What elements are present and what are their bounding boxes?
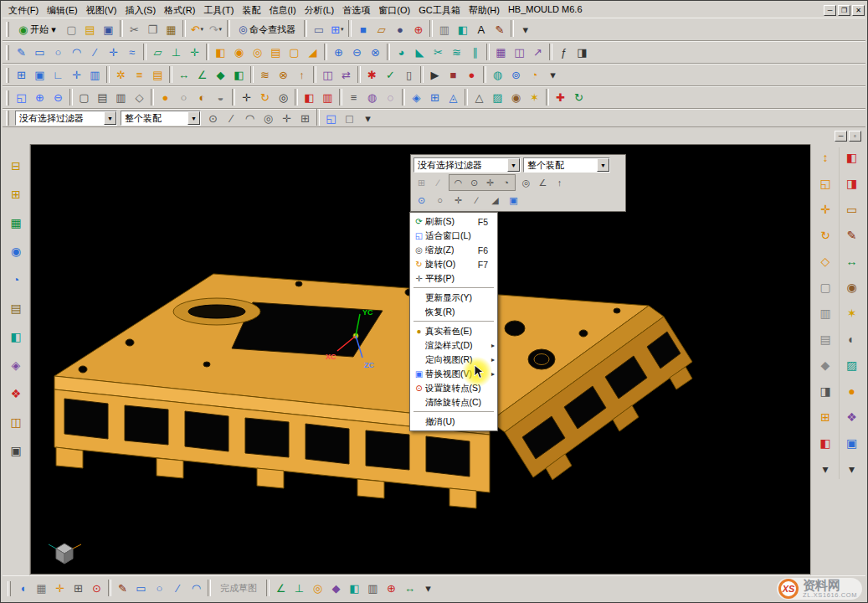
explode-icon[interactable]: ✲ (112, 66, 130, 85)
refit-icon[interactable]: ⊞ (814, 407, 836, 427)
save-icon[interactable]: ▣ (100, 20, 117, 39)
more-views-icon[interactable]: ▾ (814, 459, 836, 479)
circle-tool-icon[interactable]: ○ (151, 580, 168, 598)
start-button[interactable]: ◉ 开始 ▾ (13, 20, 62, 39)
slash-method-icon[interactable]: ∕ (469, 193, 485, 208)
material-icon[interactable]: ◉ (507, 89, 525, 107)
csys-display-icon[interactable]: ◈ (408, 89, 425, 107)
dimension-tool-icon[interactable]: ↔ (401, 580, 419, 598)
cue-icon[interactable]: ◖ (14, 580, 32, 598)
right-icon[interactable]: ▥ (814, 303, 836, 323)
intersect-icon[interactable]: ⊗ (367, 44, 384, 62)
draft-icon[interactable]: ◢ (304, 44, 321, 62)
grid-icon[interactable]: ▦ (33, 580, 50, 598)
arrangement-icon[interactable]: ▤ (149, 66, 167, 85)
snapshot-icon[interactable]: ◨ (573, 44, 591, 62)
zoom-in-out-icon[interactable]: ↕ (814, 147, 836, 168)
polygon-tool-icon[interactable]: ◆ (327, 580, 345, 598)
revolve-icon[interactable]: ◉ (230, 44, 248, 62)
panel-filter-dropdown[interactable]: 没有选择过滤器 ▼ (413, 157, 521, 173)
touch-mode-icon[interactable]: ▭ (310, 20, 327, 39)
snap-enable-icon[interactable]: ⊞ (413, 175, 429, 190)
undo-icon[interactable]: ↶▾ (188, 20, 206, 39)
subtract-icon[interactable]: ⊖ (348, 44, 366, 62)
menu-item[interactable]: 装配 (238, 3, 265, 18)
triad-display-icon[interactable]: ◬ (444, 89, 462, 107)
new-part-icon[interactable]: ▢ (63, 20, 80, 39)
pane-float-button[interactable]: ▫ (849, 131, 861, 142)
line-tool-icon[interactable]: ∕ (169, 580, 187, 598)
check-icon[interactable]: ✓ (382, 66, 399, 85)
wireframe-icon[interactable]: ○ (175, 89, 193, 107)
extrude-icon[interactable]: ◧ (212, 44, 229, 62)
shell-icon[interactable]: ▢ (285, 44, 303, 62)
circle-method-icon[interactable]: ○ (432, 193, 448, 208)
context-menu-item[interactable]: ●真实着色(E) (411, 324, 496, 338)
history-icon[interactable]: ◔ (5, 270, 27, 290)
assembly-navigator-icon[interactable]: ⊟ (5, 156, 27, 176)
measure-icon[interactable]: ↔ (841, 251, 863, 271)
more-snap-icon[interactable]: ▾ (359, 109, 377, 127)
hidden-edges-icon[interactable]: ◒ (212, 89, 229, 107)
datum-csys-icon[interactable]: ✛ (186, 44, 203, 62)
rotate-view-icon[interactable]: ↻ (256, 89, 274, 107)
context-menu-item[interactable]: ◎缩放(Z)F6 (411, 243, 496, 257)
toolbar-grip[interactable] (6, 22, 9, 37)
ortho-icon[interactable]: ⊞ (69, 580, 87, 598)
spline-icon[interactable]: ≈ (123, 44, 141, 62)
selection-scope-dropdown[interactable]: 整个装配 ▼ (121, 111, 201, 126)
reuse-library-icon[interactable]: ▤ (5, 298, 27, 318)
new-component-icon[interactable]: ▣ (31, 66, 49, 85)
point-icon[interactable]: ✛ (105, 44, 122, 62)
snap-grid-icon[interactable]: ⊞ (296, 109, 314, 127)
capture-icon[interactable]: ▣ (841, 433, 863, 453)
menu-item[interactable]: 首选项 (338, 3, 374, 18)
snap-point-icon[interactable]: ⊙ (204, 109, 222, 127)
selection-filter-dropdown[interactable]: 没有选择过滤器 ▼ (15, 111, 117, 126)
menu-item[interactable]: 文件(F) (4, 3, 43, 18)
filter-icon[interactable]: ◍ (489, 66, 506, 85)
menu-item[interactable]: 分析(L) (300, 3, 338, 18)
info-icon[interactable]: ✱ (363, 66, 381, 85)
iso-view-icon[interactable]: ◇ (131, 89, 148, 107)
top-icon[interactable]: ▤ (814, 329, 836, 349)
toolbar-grip[interactable] (6, 45, 9, 60)
pan-icon[interactable]: ✛ (814, 199, 836, 219)
snap-line-icon[interactable]: ∕ (430, 175, 446, 190)
materials-icon[interactable]: ◈ (5, 355, 27, 375)
perpendicular-tool-icon[interactable]: ⊥ (290, 580, 308, 598)
rotate-icon[interactable]: ↻ (814, 225, 836, 245)
play-icon[interactable]: ▶ (426, 66, 444, 85)
menu-item[interactable]: 帮助(H) (465, 3, 504, 18)
plus-tool-icon[interactable]: ⊕ (383, 580, 400, 598)
view-visual-icon[interactable]: ◧ (454, 20, 471, 39)
snap-existing-icon[interactable]: ◎ (518, 175, 534, 190)
grid-display-icon[interactable]: ⊞ (426, 89, 444, 107)
panel-scope-dropdown[interactable]: 整个装配 ▼ (523, 157, 610, 173)
context-menu-item[interactable]: ◱适合窗口(L) (411, 229, 496, 243)
toolbar-grip[interactable] (6, 111, 9, 126)
system-scene-icon[interactable]: ▣ (5, 441, 27, 461)
clip-section-icon[interactable]: ◧ (300, 89, 318, 107)
isometric-icon[interactable]: ◆ (814, 355, 836, 375)
new-section-icon[interactable]: ◧ (841, 147, 863, 168)
command-finder-button[interactable]: ◎ 命令查找器 (233, 20, 301, 39)
report-icon[interactable]: ▯ (400, 66, 418, 85)
light-icon[interactable]: ✶ (526, 89, 543, 107)
add-component-icon[interactable]: ⊞ (13, 66, 30, 85)
cut-icon[interactable]: ✂ (126, 20, 143, 39)
shape-studio-app-icon[interactable]: ● (391, 20, 408, 39)
pattern-component-icon[interactable]: ▥ (86, 66, 104, 85)
front-icon[interactable]: ▢ (814, 277, 836, 297)
chamfer-icon[interactable]: ◣ (411, 44, 429, 62)
wave-link-icon[interactable]: ≋ (256, 66, 274, 85)
fit-view-icon[interactable]: ◱ (13, 89, 30, 107)
context-menu-item[interactable]: ↻旋转(O)F7 (411, 257, 496, 271)
corner-method-icon[interactable]: ◢ (487, 193, 503, 208)
rows-tool-icon[interactable]: ▥ (364, 580, 382, 598)
circle-icon[interactable]: ○ (49, 44, 67, 62)
context-menu-item[interactable]: ✛平移(P) (411, 271, 496, 286)
effects-icon[interactable]: ❖ (841, 407, 863, 427)
snap-vector-icon[interactable]: ↑ (552, 175, 568, 190)
snap-mid-icon[interactable]: ◠ (241, 109, 259, 127)
